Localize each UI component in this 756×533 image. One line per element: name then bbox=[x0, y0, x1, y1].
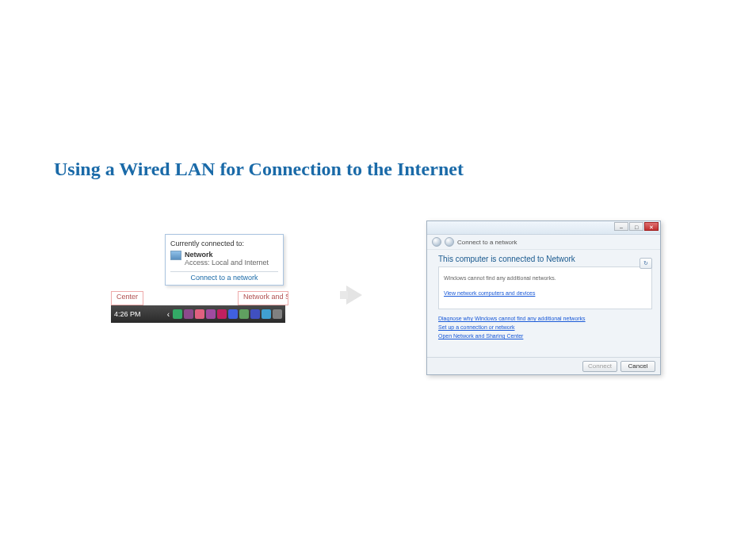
dialog-heading: This computer is connected to Network bbox=[438, 255, 652, 263]
tray-icon[interactable] bbox=[239, 309, 249, 319]
refresh-button[interactable]: ↻ bbox=[640, 258, 652, 269]
tray-icon[interactable] bbox=[273, 309, 282, 319]
diagnose-link[interactable]: Diagnose why Windows cannot find any add… bbox=[438, 314, 652, 323]
tray-icon[interactable] bbox=[173, 309, 182, 319]
window-close-button[interactable]: ✕ bbox=[644, 222, 659, 231]
tray-network-figure: Currently connected to: Network Access: … bbox=[111, 234, 285, 325]
network-tray-popup: Currently connected to: Network Access: … bbox=[165, 234, 284, 286]
breadcrumb-title: Connect to a network bbox=[457, 239, 517, 246]
connect-button[interactable]: Connect bbox=[582, 361, 617, 372]
tray-icon[interactable] bbox=[195, 309, 204, 319]
connect-network-dialog: – □ ✕ Connect to a network This computer… bbox=[426, 220, 661, 375]
taskbar: 4:26 PM ‹ bbox=[111, 305, 285, 323]
arrow-right-icon bbox=[346, 286, 362, 305]
setup-connection-link[interactable]: Set up a connection or network bbox=[438, 323, 652, 332]
system-tray: ‹ bbox=[167, 309, 282, 319]
tray-icon[interactable] bbox=[217, 309, 227, 319]
tray-icon[interactable] bbox=[206, 309, 216, 319]
nav-back-icon[interactable] bbox=[432, 237, 441, 247]
cancel-button[interactable]: Cancel bbox=[620, 361, 655, 372]
dialog-footer: Connect Cancel bbox=[427, 357, 660, 374]
tray-expand-icon[interactable]: ‹ bbox=[167, 310, 170, 319]
network-access: Access: Local and Internet bbox=[185, 259, 269, 266]
view-computers-link[interactable]: View network computers and devices bbox=[444, 289, 647, 297]
dialog-breadcrumb: Connect to a network bbox=[427, 235, 660, 250]
tooltip-network-sharing: Network and Shar bbox=[238, 291, 288, 305]
open-sharing-center-link[interactable]: Open Network and Sharing Center bbox=[438, 332, 652, 340]
no-networks-message: Windows cannot find any additional netwo… bbox=[444, 275, 647, 281]
tray-icon[interactable] bbox=[228, 309, 238, 319]
tray-icon[interactable] bbox=[184, 309, 193, 319]
page-title: Using a Wired LAN for Connection to the … bbox=[54, 159, 464, 180]
window-minimize-button[interactable]: – bbox=[614, 222, 628, 231]
tray-icon[interactable] bbox=[262, 309, 271, 319]
network-name: Network bbox=[185, 251, 269, 259]
popup-header: Currently connected to: bbox=[170, 240, 278, 247]
nav-forward-icon[interactable] bbox=[445, 237, 454, 247]
network-icon bbox=[170, 251, 181, 260]
dialog-titlebar: – □ ✕ bbox=[427, 221, 660, 235]
networks-list: Windows cannot find any additional netwo… bbox=[438, 266, 652, 309]
tray-icon[interactable] bbox=[250, 309, 260, 319]
taskbar-clock: 4:26 PM bbox=[114, 310, 141, 318]
tooltip-center: Center bbox=[111, 291, 143, 305]
connect-to-network-link[interactable]: Connect to a network bbox=[170, 271, 278, 282]
window-maximize-button[interactable]: □ bbox=[629, 222, 643, 231]
